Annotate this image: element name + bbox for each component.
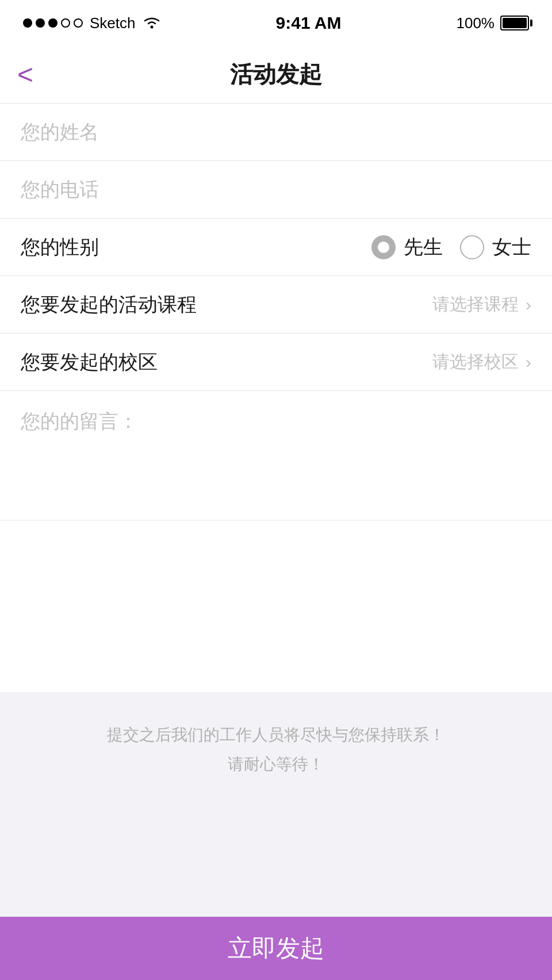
campus-placeholder: 请选择校区 <box>432 350 519 374</box>
form-section: 您的性别 先生 女士 您要发起的活动课程 请选择课程 › <box>0 104 552 520</box>
gender-row: 您的性别 先生 女士 <box>0 219 552 276</box>
back-button[interactable]: < <box>17 61 33 89</box>
radio-male-inner <box>378 242 389 253</box>
radio-female-circle <box>460 235 484 259</box>
gender-label: 您的性别 <box>21 234 371 261</box>
wifi-icon <box>143 16 161 30</box>
campus-row[interactable]: 您要发起的校区 请选择校区 › <box>0 334 552 391</box>
carrier-label: Sketch <box>90 14 136 32</box>
signal-dot-1 <box>23 18 32 28</box>
phone-field-row <box>0 161 552 219</box>
course-placeholder: 请选择课程 <box>432 293 519 316</box>
campus-label: 您要发起的校区 <box>21 349 432 376</box>
submit-button[interactable]: 立即发起 <box>0 917 552 980</box>
signal-dot-3 <box>48 18 57 28</box>
gender-options: 先生 女士 <box>371 234 531 261</box>
gender-male-label: 先生 <box>404 234 443 261</box>
page-title: 活动发起 <box>230 59 322 90</box>
message-field-row <box>0 391 552 520</box>
gender-female-label: 女士 <box>492 234 531 261</box>
radio-male-circle <box>371 235 396 259</box>
name-field-row <box>0 104 552 161</box>
message-input[interactable] <box>21 408 531 500</box>
signal-dot-5 <box>74 18 83 28</box>
nav-bar: < 活动发起 <box>0 46 552 104</box>
course-row[interactable]: 您要发起的活动课程 请选择课程 › <box>0 276 552 334</box>
battery-fill <box>503 18 527 28</box>
status-bar: Sketch 9:41 AM 100% <box>0 0 552 46</box>
course-label: 您要发起的活动课程 <box>21 292 432 318</box>
gender-option-male[interactable]: 先生 <box>371 234 443 261</box>
battery-percent: 100% <box>456 14 494 32</box>
course-chevron-icon: › <box>526 295 531 315</box>
signal-dot-4 <box>61 18 70 28</box>
info-text-block: 提交之后我们的工作人员将尽快与您保持联系！ 请耐心等待！ <box>0 692 552 802</box>
signal-dot-2 <box>36 18 45 28</box>
bottom-spacer <box>0 802 552 917</box>
status-right: 100% <box>456 14 529 32</box>
middle-spacer <box>0 520 552 692</box>
name-input[interactable] <box>21 121 531 143</box>
bottom-section: 提交之后我们的工作人员将尽快与您保持联系！ 请耐心等待！ <box>0 692 552 917</box>
battery-icon <box>500 16 529 30</box>
info-text-line2: 请耐心等待！ <box>21 750 531 779</box>
submit-label: 立即发起 <box>228 932 324 964</box>
signal-dots <box>23 18 83 28</box>
phone-input[interactable] <box>21 178 531 201</box>
status-time: 9:41 AM <box>276 13 342 33</box>
svg-point-0 <box>150 26 153 29</box>
gender-option-female[interactable]: 女士 <box>460 234 531 261</box>
status-left: Sketch <box>23 14 161 32</box>
info-text-line1: 提交之后我们的工作人员将尽快与您保持联系！ <box>21 721 531 749</box>
campus-chevron-icon: › <box>526 353 531 372</box>
content-area: 您的性别 先生 女士 您要发起的活动课程 请选择课程 › <box>0 104 552 917</box>
